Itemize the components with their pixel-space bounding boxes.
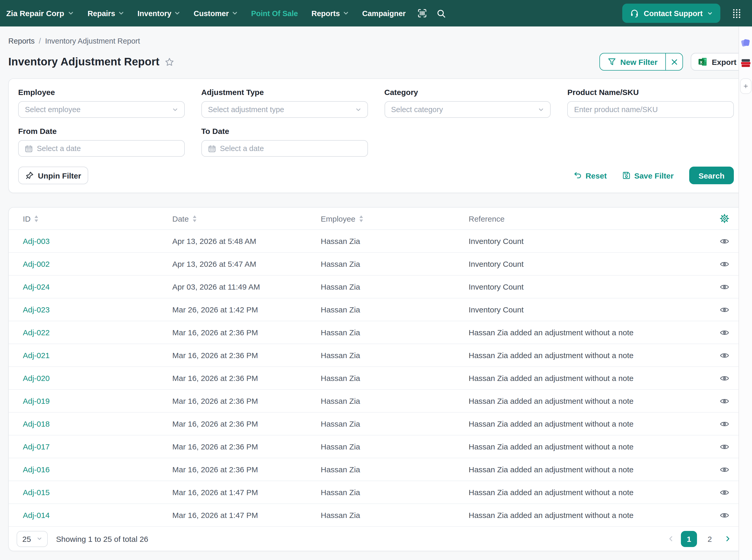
apps-grid-icon[interactable] <box>728 8 746 18</box>
view-row-eye-icon[interactable] <box>720 466 729 473</box>
adjustment-employee: Hassan Zia <box>321 442 469 451</box>
adjustment-employee: Hassan Zia <box>321 282 469 291</box>
table-row: Adj-019Mar 16, 2026 at 2:36 PMHassan Zia… <box>9 390 743 413</box>
view-row-eye-icon[interactable] <box>720 512 729 519</box>
adjustment-date: Mar 16, 2026 at 1:47 PM <box>172 488 321 497</box>
save-filter-button[interactable]: Save Filter <box>622 171 674 180</box>
nav-item-inventory[interactable]: Inventory <box>131 9 187 17</box>
to-date-input[interactable]: Select a date <box>201 140 368 157</box>
nav-item-repairs[interactable]: Repairs <box>81 9 130 17</box>
category-select[interactable]: Select category <box>384 101 551 118</box>
adjustment-id-link[interactable]: Adj-016 <box>23 465 172 474</box>
adjustment-id-link[interactable]: Adj-018 <box>23 419 172 428</box>
page-size-select[interactable]: 25 <box>17 531 48 547</box>
column-settings-gear-icon[interactable] <box>720 214 729 223</box>
nav-item-campaigner[interactable]: Campaigner <box>355 9 412 17</box>
product-name-sku-input[interactable]: Enter product name/SKU <box>568 101 734 118</box>
previous-page-chevron-icon[interactable] <box>668 536 674 542</box>
page-button-1[interactable]: 1 <box>681 531 697 547</box>
nav-item-reports[interactable]: Reports <box>305 9 355 17</box>
chevron-down-icon <box>355 107 361 112</box>
column-header-employee[interactable]: Employee <box>321 214 469 223</box>
reset-button[interactable]: Reset <box>573 171 607 180</box>
chevron-down-icon <box>175 11 180 16</box>
filter-field-product-name-sku: Product Name/SKUEnter product name/SKU <box>568 88 734 118</box>
adjustment-id-link[interactable]: Adj-019 <box>23 397 172 405</box>
sort-carets-icon <box>192 215 197 222</box>
filter-panel: EmployeeSelect employeeAdjustment TypeSe… <box>8 78 744 193</box>
field-placeholder: Select category <box>391 105 534 114</box>
chevron-down-icon <box>232 11 238 16</box>
unpin-filter-button[interactable]: Unpin Filter <box>18 166 88 184</box>
pagination-summary: Showing 1 to 25 of total 26 <box>56 534 148 543</box>
export-button[interactable]: x Export <box>691 53 744 71</box>
adjustment-date: Apr 03, 2026 at 11:49 AM <box>172 282 321 291</box>
employee-select[interactable]: Select employee <box>18 101 185 118</box>
field-label: Product Name/SKU <box>568 88 734 97</box>
adjustment-date: Mar 16, 2026 at 2:36 PM <box>172 374 321 382</box>
search-icon[interactable] <box>431 8 450 18</box>
sort-carets-icon <box>34 215 38 222</box>
chevron-down-icon <box>538 107 544 112</box>
nav-item-label: Repairs <box>87 9 115 17</box>
search-button[interactable]: Search <box>689 166 734 184</box>
next-page-chevron-icon[interactable] <box>725 536 731 542</box>
breadcrumb-reports-link[interactable]: Reports <box>8 37 35 45</box>
adjustment-date: Mar 16, 2026 at 2:36 PM <box>172 397 321 405</box>
view-row-eye-icon[interactable] <box>720 306 729 313</box>
unpin-filter-label: Unpin Filter <box>38 171 81 180</box>
adjustment-reference: Hassan Zia added an adjustment without a… <box>469 397 715 405</box>
adjustment-id-link[interactable]: Adj-023 <box>23 305 172 314</box>
purple-cards-extension-icon[interactable] <box>740 38 750 48</box>
nav-item-label: Point Of Sale <box>251 9 298 17</box>
adjustment-date: Mar 16, 2026 at 2:36 PM <box>172 442 321 451</box>
column-header-reference: Reference <box>469 214 715 223</box>
reset-label: Reset <box>585 171 607 180</box>
adjustment-reference: Hassan Zia added an adjustment without a… <box>469 419 715 428</box>
filter-field-category: CategorySelect category <box>384 88 551 118</box>
contact-support-button[interactable]: Contact Support <box>623 4 720 23</box>
view-row-eye-icon[interactable] <box>720 283 729 291</box>
adjustment-id-link[interactable]: Adj-015 <box>23 488 172 497</box>
adjustment-id-link[interactable]: Adj-017 <box>23 442 172 451</box>
adjustment-id-link[interactable]: Adj-021 <box>23 351 172 360</box>
adjustment-type-select[interactable]: Select adjustment type <box>201 101 368 118</box>
adjustment-id-link[interactable]: Adj-022 <box>23 328 172 337</box>
view-row-eye-icon[interactable] <box>720 352 729 359</box>
view-row-eye-icon[interactable] <box>720 375 729 382</box>
view-row-eye-icon[interactable] <box>720 443 729 450</box>
adjustment-id-link[interactable]: Adj-024 <box>23 282 172 291</box>
pagination-bar: 25 Showing 1 to 25 of total 26 12 <box>9 527 743 551</box>
brand-menu[interactable]: Zia Repair Corp <box>5 9 81 18</box>
nav-item-customer[interactable]: Customer <box>187 9 244 17</box>
adjustment-id-link[interactable]: Adj-002 <box>23 260 172 268</box>
view-row-eye-icon[interactable] <box>720 488 729 496</box>
filter-fields: EmployeeSelect employeeAdjustment TypeSe… <box>18 88 734 157</box>
column-header-id[interactable]: ID <box>23 214 172 223</box>
adjustment-id-link[interactable]: Adj-020 <box>23 374 172 382</box>
adjustment-id-link[interactable]: Adj-003 <box>23 237 172 245</box>
barcode-scan-icon[interactable] <box>412 8 431 18</box>
red-stack-extension-icon[interactable] <box>741 59 750 67</box>
from-date-input[interactable]: Select a date <box>18 140 185 157</box>
view-row-eye-icon[interactable] <box>720 329 729 336</box>
new-filter-button[interactable]: New Filter <box>600 54 665 70</box>
table-row: Adj-017Mar 16, 2026 at 2:36 PMHassan Zia… <box>9 436 743 458</box>
field-placeholder: Select employee <box>25 105 168 114</box>
favorite-star-icon[interactable] <box>165 57 175 67</box>
clear-filter-close-icon[interactable] <box>666 54 683 70</box>
nav-item-point-of-sale[interactable]: Point Of Sale <box>244 9 305 17</box>
adjustment-reference: Inventory Count <box>469 237 715 245</box>
column-label: ID <box>23 214 31 223</box>
view-row-eye-icon[interactable] <box>720 397 729 404</box>
sidebar-add-button[interactable] <box>740 78 751 94</box>
view-row-eye-icon[interactable] <box>720 420 729 427</box>
adjustment-reference: Inventory Count <box>469 305 715 314</box>
adjustment-date: Apr 13, 2026 at 5:48 AM <box>172 237 321 245</box>
table-row: Adj-021Mar 16, 2026 at 2:36 PMHassan Zia… <box>9 344 743 367</box>
view-row-eye-icon[interactable] <box>720 260 729 267</box>
page-button-2[interactable]: 2 <box>702 531 718 547</box>
view-row-eye-icon[interactable] <box>720 237 729 245</box>
adjustment-id-link[interactable]: Adj-014 <box>23 511 172 520</box>
column-header-date[interactable]: Date <box>172 214 321 223</box>
